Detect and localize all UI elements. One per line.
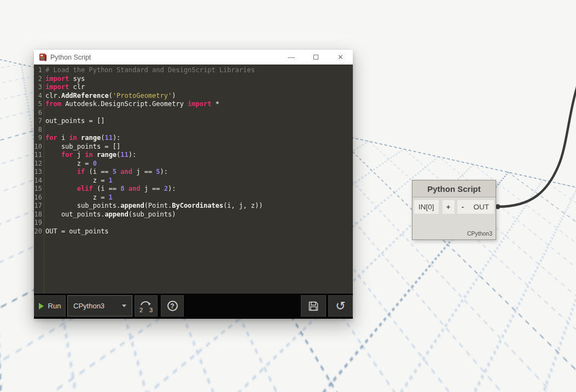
code-line-text: sub_points.append(Point.ByCoordinates(i,… bbox=[45, 202, 263, 210]
revert-icon: ↺ bbox=[335, 299, 345, 313]
minus-icon: - bbox=[462, 203, 464, 211]
code-line-text: for i in range(11): bbox=[45, 134, 120, 143]
gutter-separator bbox=[44, 65, 44, 294]
code-line: 16 z = 1 bbox=[34, 194, 353, 202]
code-line: 20OUT = out_points bbox=[34, 227, 353, 236]
engine-label: CPython3 bbox=[73, 302, 104, 310]
input-port-label: IN[0] bbox=[418, 203, 434, 211]
minimize-button[interactable]: — bbox=[279, 50, 304, 65]
line-number: 6 bbox=[34, 109, 42, 118]
node-ports-row: IN[0] + - OUT bbox=[412, 197, 496, 214]
question-icon: ? bbox=[167, 301, 178, 311]
line-number: 9 bbox=[34, 134, 42, 143]
help-button[interactable]: ? bbox=[161, 295, 184, 317]
save-icon bbox=[308, 301, 319, 312]
python-script-node[interactable]: Python Script IN[0] + - OUT CPython3 bbox=[412, 180, 496, 240]
code-line: 3import clr bbox=[34, 83, 353, 92]
maximize-button[interactable] bbox=[304, 50, 328, 65]
node-title: Python Script bbox=[427, 184, 481, 194]
line-number: 20 bbox=[34, 227, 42, 236]
minimize-icon: — bbox=[288, 53, 295, 61]
code-line-text: # Load the Python Standard and DesignScr… bbox=[45, 66, 255, 75]
code-line-text: out_points.append(sub_points) bbox=[45, 210, 176, 219]
line-number: 13 bbox=[34, 168, 42, 177]
line-number: 3 bbox=[34, 83, 42, 92]
add-input-button[interactable]: + bbox=[443, 200, 455, 214]
code-line: 7out_points = [] bbox=[34, 117, 353, 126]
code-line-text: z = 0 bbox=[45, 160, 97, 168]
close-icon: ✕ bbox=[338, 53, 344, 61]
code-line: 5from Autodesk.DesignScript.Geometry imp… bbox=[34, 100, 353, 109]
code-line-text: elif (i == 8 and j == 2): bbox=[45, 185, 176, 194]
play-icon bbox=[39, 303, 44, 309]
code-line: 6 bbox=[34, 109, 353, 118]
code-lines: 1# Load the Python Standard and DesignSc… bbox=[34, 66, 353, 236]
output-port-label: OUT bbox=[473, 203, 489, 211]
code-line: 14 z = 1 bbox=[34, 177, 353, 185]
code-line-text bbox=[45, 109, 49, 118]
python2to3-migration-button[interactable]: 2 3 bbox=[135, 295, 158, 317]
close-button[interactable]: ✕ bbox=[328, 50, 353, 65]
code-line: 9for i in range(11): bbox=[34, 134, 353, 143]
run-label: Run bbox=[48, 302, 61, 310]
line-number: 19 bbox=[34, 219, 42, 227]
code-line-text: import sys bbox=[45, 75, 85, 84]
code-line-text: sub_points = [] bbox=[45, 143, 120, 151]
line-number: 1 bbox=[34, 66, 42, 75]
toolbar-spacer bbox=[184, 295, 301, 317]
window-titlebar[interactable]: Python Script — ✕ bbox=[34, 50, 353, 65]
code-line: 2import sys bbox=[34, 75, 353, 84]
code-line: 18 out_points.append(sub_points) bbox=[34, 210, 353, 219]
line-number: 18 bbox=[34, 210, 42, 219]
node-engine-badge: CPython3 bbox=[467, 230, 492, 237]
code-line: 11 for j in range(11): bbox=[34, 151, 353, 160]
code-line: 19 bbox=[34, 219, 353, 227]
code-line-text: from Autodesk.DesignScript.Geometry impo… bbox=[45, 100, 219, 109]
line-number: 8 bbox=[34, 126, 42, 134]
input-port-in0[interactable]: IN[0] bbox=[414, 200, 439, 214]
node-header[interactable]: Python Script bbox=[412, 180, 496, 197]
line-number: 12 bbox=[34, 160, 42, 168]
code-line-text: if (i == 5 and j == 5): bbox=[45, 168, 168, 177]
code-line: 1# Load the Python Standard and DesignSc… bbox=[34, 66, 353, 75]
editor-toolbar: Run CPython3 2 3 ? bbox=[34, 294, 353, 318]
revert-button[interactable]: ↺ bbox=[328, 295, 353, 317]
code-line-text: z = 1 bbox=[45, 177, 113, 185]
python-script-editor-window: Python Script — ✕ 1# Load the Python Sta… bbox=[34, 50, 353, 319]
code-line-text: import clr bbox=[45, 83, 85, 92]
remove-input-button[interactable]: - bbox=[457, 200, 469, 214]
line-number: 17 bbox=[34, 202, 42, 210]
line-number: 5 bbox=[34, 100, 42, 109]
save-button[interactable] bbox=[301, 295, 326, 317]
python-script-window-icon bbox=[39, 53, 46, 62]
chevron-down-icon bbox=[122, 305, 126, 307]
python2to3-icon: 2 3 bbox=[139, 299, 153, 313]
line-number: 14 bbox=[34, 177, 42, 185]
plus-icon: + bbox=[446, 203, 451, 211]
line-number: 4 bbox=[34, 92, 42, 101]
line-number: 7 bbox=[34, 117, 42, 126]
line-number: 2 bbox=[34, 75, 42, 84]
code-line-text bbox=[45, 126, 49, 134]
code-line: 8 bbox=[34, 126, 353, 134]
output-port-out[interactable]: OUT bbox=[468, 200, 494, 214]
code-line-text: OUT = out_points bbox=[45, 227, 109, 236]
window-title: Python Script bbox=[50, 54, 279, 61]
engine-dropdown[interactable]: CPython3 bbox=[67, 295, 132, 317]
code-line-text: out_points = [] bbox=[45, 117, 104, 126]
maximize-icon bbox=[313, 55, 318, 60]
line-number: 11 bbox=[34, 151, 42, 160]
line-number: 10 bbox=[34, 143, 42, 151]
code-line-text bbox=[45, 219, 49, 227]
code-line: 13 if (i == 5 and j == 5): bbox=[34, 168, 353, 177]
code-line-text: for j in range(11): bbox=[45, 151, 136, 160]
code-line-text: z = 1 bbox=[45, 194, 113, 202]
line-number: 15 bbox=[34, 185, 42, 194]
code-line: 4clr.AddReference('ProtoGeometry') bbox=[34, 92, 353, 101]
code-line: 10 sub_points = [] bbox=[34, 143, 353, 151]
code-line-text: clr.AddReference('ProtoGeometry') bbox=[45, 92, 176, 101]
code-editor[interactable]: 1# Load the Python Standard and DesignSc… bbox=[34, 65, 353, 294]
code-line: 17 sub_points.append(Point.ByCoordinates… bbox=[34, 202, 353, 210]
code-line: 12 z = 0 bbox=[34, 160, 353, 168]
run-button[interactable]: Run bbox=[34, 295, 66, 317]
